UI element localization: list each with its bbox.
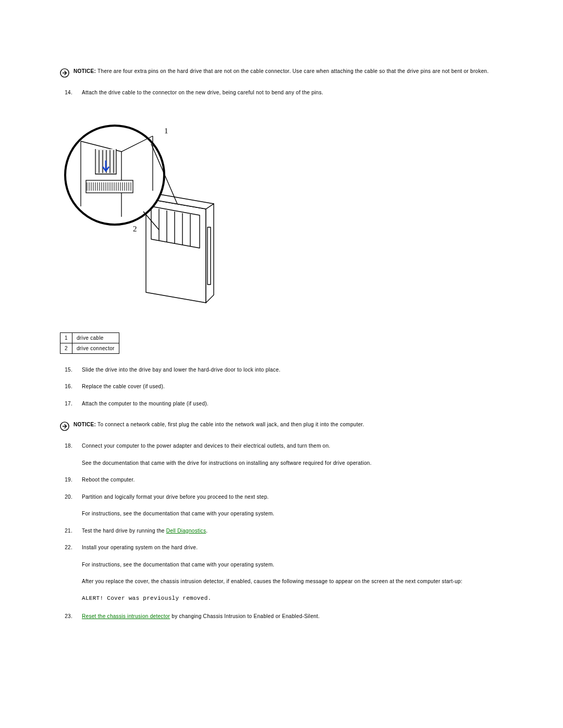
step-number: 22. bbox=[60, 544, 72, 552]
notice-icon bbox=[60, 422, 69, 431]
step-16: 16. Replace the cable cover (if used). bbox=[60, 383, 503, 391]
callout-2-label: 2 bbox=[133, 225, 137, 233]
step-20-sub: For instructions, see the documentation … bbox=[82, 510, 503, 518]
notice-text: NOTICE: To connect a network cable, firs… bbox=[74, 421, 503, 429]
callout-label: drive cable bbox=[72, 332, 119, 343]
notice-label: NOTICE: bbox=[74, 422, 96, 427]
step-22: 22. Install your operating system on the… bbox=[60, 544, 503, 552]
step-number: 14. bbox=[60, 89, 72, 97]
notice-body-text: There are four extra pins on the hard dr… bbox=[96, 68, 488, 74]
step-text: Partition and logically format your driv… bbox=[82, 493, 503, 501]
step-number: 15. bbox=[60, 366, 72, 374]
step-text: Slide the drive into the drive bay and l… bbox=[82, 366, 503, 374]
step-number: 23. bbox=[60, 613, 72, 621]
callout-1-label: 1 bbox=[164, 127, 168, 135]
step-text: Reset the chassis intrusion detector by … bbox=[82, 613, 503, 621]
notice-text: NOTICE: There are four extra pins on the… bbox=[74, 68, 503, 76]
notice-body-text: To connect a network cable, first plug t… bbox=[96, 422, 364, 427]
step-number: 19. bbox=[60, 476, 72, 484]
callout-num: 2 bbox=[60, 343, 72, 353]
step-21-pre: Test the hard drive by running the bbox=[82, 528, 166, 534]
step-number: 20. bbox=[60, 493, 72, 501]
step-text: Replace the cable cover (if used). bbox=[82, 383, 503, 391]
step-20: 20. Partition and logically format your … bbox=[60, 493, 503, 501]
step-number: 16. bbox=[60, 383, 72, 391]
step-text: Attach the drive cable to the connector … bbox=[82, 89, 503, 97]
step-17: 17. Attach the computer to the mounting … bbox=[60, 400, 503, 408]
step-22-sub: For instructions, see the documentation … bbox=[82, 561, 503, 569]
notice-icon bbox=[60, 68, 69, 78]
callout-table: 1 drive cable 2 drive connector bbox=[60, 332, 119, 354]
step-number: 21. bbox=[60, 527, 72, 535]
step-19: 19. Reboot the computer. bbox=[60, 476, 503, 484]
drive-cable-figure: 1 2 bbox=[60, 113, 503, 312]
step-number: 18. bbox=[60, 442, 72, 450]
step-text: Install your operating system on the har… bbox=[82, 544, 503, 552]
table-row: 2 drive connector bbox=[60, 343, 119, 353]
step-text: Attach the computer to the mounting plat… bbox=[82, 400, 503, 408]
step-text: Test the hard drive by running the Dell … bbox=[82, 527, 503, 535]
step-18: 18. Connect your computer to the power a… bbox=[60, 442, 503, 450]
step-18-sub: See the documentation that came with the… bbox=[82, 460, 503, 467]
notice-label: NOTICE: bbox=[74, 68, 96, 74]
step-text: Reboot the computer. bbox=[82, 476, 503, 484]
step-21: 21. Test the hard drive by running the D… bbox=[60, 527, 503, 535]
document-page: NOTICE: There are four extra pins on the… bbox=[0, 0, 563, 671]
svg-point-7 bbox=[65, 126, 164, 225]
step-23: 23. Reset the chassis intrusion detector… bbox=[60, 613, 503, 621]
svg-rect-6 bbox=[207, 227, 211, 285]
table-row: 1 drive cable bbox=[60, 332, 119, 343]
step-22-sub2: After you replace the cover, the chassis… bbox=[82, 578, 503, 586]
step-text: Connect your computer to the power adapt… bbox=[82, 442, 503, 450]
dell-diagnostics-link[interactable]: Dell Diagnostics bbox=[166, 528, 206, 534]
step-23-post: by changing Chassis Intrusion to Enabled… bbox=[170, 613, 320, 619]
alert-message: ALERT! Cover was previously removed. bbox=[82, 595, 503, 601]
reset-chassis-link[interactable]: Reset the chassis intrusion detector bbox=[82, 613, 170, 619]
step-21-post: . bbox=[206, 528, 207, 534]
notice-pins: NOTICE: There are four extra pins on the… bbox=[60, 68, 503, 78]
step-number: 17. bbox=[60, 400, 72, 408]
notice-network: NOTICE: To connect a network cable, firs… bbox=[60, 421, 503, 431]
step-15: 15. Slide the drive into the drive bay a… bbox=[60, 366, 503, 374]
callout-label: drive connector bbox=[72, 343, 119, 353]
step-14: 14. Attach the drive cable to the connec… bbox=[60, 89, 503, 97]
callout-num: 1 bbox=[60, 332, 72, 343]
